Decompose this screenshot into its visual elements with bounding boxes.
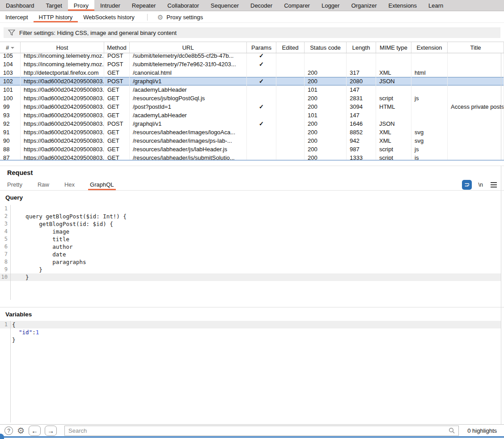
main-tab-sequencer[interactable]: Sequencer (205, 0, 245, 11)
cell-ext (411, 53, 448, 60)
table-row-102[interactable]: 102https://0ad600d204209500803...POST/gr… (0, 77, 504, 85)
next-match-button[interactable]: → (45, 426, 57, 436)
cell-num: 100 (0, 94, 21, 102)
main-tab-target[interactable]: Target (40, 0, 68, 11)
cell-mime: JSON (376, 119, 411, 128)
previous-match-button[interactable]: ← (29, 426, 41, 436)
search-settings-button[interactable]: ⚙ (17, 426, 25, 435)
cell-ext (411, 85, 448, 94)
wrap-lines-button[interactable] (462, 180, 472, 190)
table-row-91[interactable]: 91https://0ad600d204209500803...GET/reso… (0, 128, 504, 136)
cell-ext (411, 60, 448, 68)
query-editor[interactable]: 12 query getBlogPost($id: Int!) {3 getBl… (0, 205, 501, 300)
highlights-count: 0 highlights (467, 427, 497, 434)
request-scroll-track[interactable] (501, 166, 501, 424)
code-text: "id":1 (10, 328, 39, 336)
line-number: 7 (0, 251, 10, 258)
table-row-90[interactable]: 90https://0ad600d204209500803...GET/reso… (0, 136, 504, 145)
code-text: date (10, 251, 66, 258)
cell-status: 200 (305, 77, 347, 85)
request-tab-hex[interactable]: Hex (63, 179, 76, 190)
main-tab-repeater[interactable]: Repeater (126, 0, 161, 11)
cell-title (448, 94, 504, 102)
col-params[interactable]: Params (247, 42, 276, 53)
line-number: 1 (0, 205, 10, 213)
code-line: 10 } (0, 273, 501, 281)
col-method[interactable]: Method (104, 42, 130, 53)
main-tab-organizer[interactable]: Organizer (345, 0, 382, 11)
cell-title (448, 119, 504, 128)
help-button[interactable]: ? (4, 426, 13, 435)
table-scroll-track[interactable] (501, 42, 501, 160)
cell-mime: HTML (376, 102, 411, 111)
col-label: Edited (282, 44, 299, 51)
proxy-tab-websockets-history[interactable]: WebSockets history (78, 12, 140, 22)
splitter[interactable] (0, 161, 504, 166)
table-row-105[interactable]: 105https://incoming.telemetry.moz...POST… (0, 53, 504, 60)
main-tab-dashboard[interactable]: Dashboard (0, 0, 40, 11)
proxy-tab-intercept[interactable]: Intercept (0, 12, 34, 22)
request-tab-graphql[interactable]: GraphQL (88, 179, 115, 190)
col-status-code[interactable]: Status code (305, 42, 347, 53)
col-title[interactable]: Title (448, 42, 504, 53)
cell-mime: script (376, 94, 411, 102)
main-tab-logger[interactable]: Logger (316, 0, 345, 11)
col-label: Host (56, 44, 68, 51)
main-tab-decoder[interactable]: Decoder (245, 0, 278, 11)
cell-length: 1333 (347, 153, 376, 160)
table-row-104[interactable]: 104https://incoming.telemetry.moz...POST… (0, 60, 504, 68)
table-row-92[interactable]: 92https://0ad600d204209500803...POST/gra… (0, 119, 504, 128)
table-row-101[interactable]: 101https://0ad600d204209500803...GET/aca… (0, 85, 504, 94)
col-host[interactable]: Host (21, 42, 104, 53)
proxy-tab-http-history[interactable]: HTTP history (34, 12, 78, 22)
newline-toggle-button[interactable]: \n (479, 182, 483, 188)
main-tab-learn[interactable]: Learn (423, 0, 449, 11)
code-line: 8 paragraphs (0, 258, 501, 266)
main-tab-proxy[interactable]: Proxy (68, 0, 94, 11)
code-line: } (0, 336, 501, 344)
code-line: 9 } (0, 266, 501, 273)
table-row-87[interactable]: 87https://0ad600d204209500803...GET/reso… (0, 153, 504, 160)
filter-settings-bar[interactable]: Filter settings: Hiding CSS, image and g… (4, 27, 500, 38)
cell-mime (376, 53, 411, 60)
main-tab-intruder[interactable]: Intruder (94, 0, 126, 11)
table-row-93[interactable]: 93https://0ad600d204209500803...GET/acad… (0, 111, 504, 119)
cell-ext (411, 119, 448, 128)
code-line: 7 date (0, 251, 501, 258)
cell-length: 2080 (347, 77, 376, 85)
main-tab-comparer[interactable]: Comparer (278, 0, 316, 11)
cell-mime: script (376, 145, 411, 153)
variables-section-label: Variables (5, 311, 32, 318)
col-number[interactable]: # (0, 42, 21, 53)
request-tab-raw[interactable]: Raw (36, 179, 51, 190)
cell-params: ✓ (247, 102, 276, 111)
col-label: MIME type (380, 44, 407, 51)
search-input[interactable] (64, 426, 459, 436)
table-row-100[interactable]: 100https://0ad600d204209500803...GET/res… (0, 94, 504, 102)
col-edited[interactable]: Edited (276, 42, 305, 53)
col-mime-type[interactable]: MIME type (376, 42, 411, 53)
col-url[interactable]: URL (130, 42, 247, 53)
main-tab-collaborator[interactable]: Collaborator (161, 0, 205, 11)
cell-url: /resources/labheader/js/labHeader.js (130, 145, 247, 153)
cell-title (448, 145, 504, 153)
table-row-103[interactable]: 103http://detectportal.firefox.comGET/ca… (0, 68, 504, 77)
cell-method: GET (104, 136, 130, 145)
variables-editor[interactable]: 1{ "id":1} (0, 321, 501, 422)
proxy-settings-button[interactable]: ⚙ Proxy settings (155, 12, 206, 22)
query-section-label: Query (5, 194, 23, 201)
cell-url: /submit/telemetry/dc0e8b55-cf2b-47b... (130, 53, 247, 60)
cell-params (247, 68, 276, 77)
request-tab-pretty[interactable]: Pretty (5, 179, 24, 190)
col-length[interactable]: Length (347, 42, 376, 53)
line-number: 1 (0, 321, 10, 328)
cell-length: 1646 (347, 119, 376, 128)
table-row-88[interactable]: 88https://0ad600d204209500803...GET/reso… (0, 145, 504, 153)
main-tab-extensions[interactable]: Extensions (383, 0, 423, 11)
cell-status: 200 (305, 94, 347, 102)
editor-menu-button[interactable] (490, 180, 498, 189)
table-row-99[interactable]: 99https://0ad600d204209500803...GET/post… (0, 102, 504, 111)
col-extension[interactable]: Extension (411, 42, 448, 53)
cell-ext (411, 111, 448, 119)
cell-ext: svg (411, 128, 448, 136)
